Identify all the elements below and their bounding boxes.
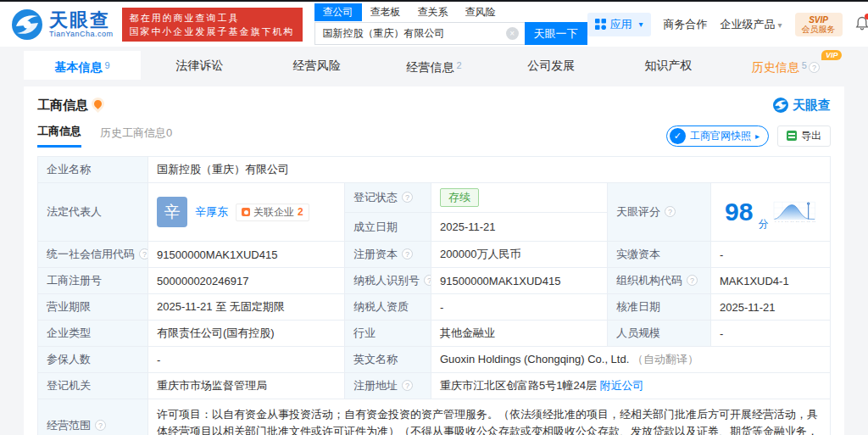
tab-label: 法律诉讼 [175, 59, 223, 72]
company-type-value: 有限责任公司(国有控股) [148, 321, 345, 347]
search-tab-risk[interactable]: 查风险 [457, 3, 504, 21]
field-label: 企业类型 [38, 321, 148, 347]
tab-operating-risk[interactable]: 经营风险 [259, 51, 376, 80]
tab-legal-litigation[interactable]: 法律诉讼 [141, 51, 258, 80]
taxpayer-quality-value: - [431, 294, 608, 321]
search-tab-relation[interactable]: 查关系 [409, 3, 457, 21]
subtab-business-info[interactable]: 工商信息 [37, 124, 81, 148]
apps-menu[interactable]: 应用 [587, 13, 651, 36]
search-area: 查公司 查老板 查关系 查风险 天眼一下 [314, 3, 587, 45]
field-label: 注册地址 [345, 373, 431, 399]
field-label: 经营范围 [38, 399, 148, 435]
english-name-value: Guoxin Holdings (Chongqing) Co., Ltd. （自… [431, 347, 831, 373]
field-label: 统一社会信用代码 [38, 242, 148, 268]
watermark-label: 天眼查 [793, 98, 831, 114]
tab-label: 知识产权 [645, 59, 693, 72]
slogan-line1: 都在用的商业查询工具 [130, 11, 295, 25]
table-row: 登记机关 重庆市市场监督管理局 注册地址 重庆市江北区创富路5号1幢24层 附近… [38, 373, 831, 399]
search-tab-boss[interactable]: 查老板 [362, 3, 409, 21]
tab-intellectual-property[interactable]: 知识产权 [609, 51, 726, 80]
tianyancha-watermark: 天眼查 [772, 97, 831, 114]
reg-status-value: 存续 [431, 183, 608, 213]
legal-rep-cell: 辛 辛厚东 关联企业 2 [148, 183, 345, 242]
help-icon[interactable] [665, 206, 676, 217]
tab-label: 经营风险 [293, 59, 341, 72]
field-label: 纳税人资质 [345, 294, 431, 321]
field-label: 人员规模 [608, 321, 711, 347]
tab-company-development[interactable]: 公司发展 [492, 51, 609, 80]
svip-label: SVIP [802, 15, 836, 25]
table-row: 营业期限 2025-11-21 至 无固定期限 纳税人资质 - 核准日期 202… [38, 294, 831, 321]
score-distribution-chart: 0 1 5 10 30 50 80 95 99 100 [773, 189, 816, 235]
table-row: 工商注册号 500000020246917 纳税人识别号 91500000MAK… [38, 268, 831, 294]
notification-bell[interactable] [855, 16, 868, 33]
vip-badge: VIP [821, 50, 843, 60]
help-icon[interactable] [402, 380, 413, 391]
tab-label: 公司发展 [527, 59, 575, 72]
export-label: 导出 [801, 129, 821, 143]
clear-icon[interactable] [506, 27, 519, 40]
table-row: 企业类型 有限责任公司(国有控股) 行业 其他金融业 人员规模 - [38, 321, 831, 347]
legal-rep-avatar[interactable]: 辛 [157, 197, 187, 227]
status-badge: 存续 [440, 188, 479, 207]
help-icon[interactable] [687, 275, 698, 286]
export-button[interactable]: 导出 [777, 125, 831, 147]
tab-basic-info[interactable]: 基本信息9 [24, 51, 141, 80]
tianyan-score-cell[interactable]: 98 分 [711, 183, 831, 242]
reg-authority-value: 重庆市市场监督管理局 [148, 373, 345, 399]
field-label: 组织机构代码 [608, 268, 711, 294]
slogan-line2: 国家中小企业发展子基金旗下机构 [130, 25, 295, 38]
chevron-down-icon [639, 20, 643, 29]
nav-enterprise-label: 企业级产品 [721, 18, 776, 31]
nav-business-cooperation[interactable]: 商务合作 [664, 17, 708, 32]
svip-sublabel: 会员服务 [802, 25, 836, 34]
field-label: 实缴资本 [608, 242, 711, 268]
insured-count-value: - [148, 347, 345, 373]
taxpayer-id-value: 91500000MAK1XUD415 [431, 268, 608, 294]
official-snapshot-button[interactable]: 工商官网快照 [666, 125, 769, 147]
search-tab-company[interactable]: 查公司 [314, 3, 362, 21]
related-company-count: 2 [298, 206, 303, 218]
company-tabs: 基本信息9 法律诉讼 经营风险 经营信息2 公司发展 知识产权 历史信息5VIP [24, 51, 844, 80]
field-label: 注册资本 [345, 242, 431, 268]
reg-capital-value: 200000万人民币 [431, 242, 608, 268]
tianyancha-logo[interactable]: 天眼查 TianYanCha.com [10, 8, 114, 42]
tab-label: 经营信息 [406, 60, 453, 74]
related-company-badge[interactable]: 关联企业 2 [236, 204, 309, 221]
help-icon[interactable] [139, 248, 148, 259]
notification-dot [865, 14, 868, 20]
tianyancha-logo-icon [10, 8, 44, 42]
field-label: 天眼评分 [608, 183, 711, 242]
help-icon[interactable] [402, 192, 413, 203]
tab-operating-info[interactable]: 经营信息2 [376, 51, 492, 80]
field-label: 行业 [345, 321, 431, 347]
help-icon[interactable] [95, 420, 106, 431]
reg-address-value: 重庆市江北区创富路5号1幢24层 附近公司 [431, 373, 831, 399]
help-icon[interactable] [402, 248, 413, 259]
score-unit: 分 [758, 217, 768, 231]
field-label: 工商注册号 [38, 268, 148, 294]
business-info-table: 企业名称 国新控股（重庆）有限公司 法定代表人 辛 辛厚东 关联企业 2 [37, 156, 831, 435]
field-label: 营业期限 [38, 294, 148, 321]
legal-rep-link[interactable]: 辛厚东 [195, 204, 228, 220]
nearby-companies-link[interactable]: 附近公司 [600, 379, 644, 392]
search-input[interactable] [314, 22, 525, 45]
field-label: 法定代表人 [38, 183, 148, 242]
search-button[interactable]: 天眼一下 [525, 22, 587, 45]
tab-label: 历史信息 [752, 60, 799, 74]
svip-member-badge[interactable]: SVIP 会员服务 [795, 13, 843, 36]
search-tabs: 查公司 查老板 查关系 查风险 [314, 3, 587, 21]
subtab-history-business-info[interactable]: 历史工商信息0 [100, 125, 172, 147]
tab-history-info[interactable]: 历史信息5VIP [727, 51, 844, 80]
nav-enterprise-products[interactable]: 企业级产品 [721, 17, 782, 32]
chevron-down-icon [778, 20, 782, 30]
apps-label: 应用 [610, 17, 632, 32]
credit-code-value: 91500000MAK1XUD415 [148, 242, 345, 268]
tianyancha-watermark-icon [772, 97, 789, 114]
table-row: 参保人数 - 英文名称 Guoxin Holdings (Chongqing) … [38, 347, 831, 373]
tab-count: 9 [105, 60, 110, 70]
arrow-right-icon [755, 131, 760, 141]
help-icon[interactable] [424, 275, 431, 286]
business-info-card: 工商信息 天眼查 工商信息 历史工商信息0 工商官网快照 [24, 86, 844, 435]
header-nav: 应用 商务合作 企业级产品 SVIP 会员服务 此处有... [587, 13, 868, 36]
